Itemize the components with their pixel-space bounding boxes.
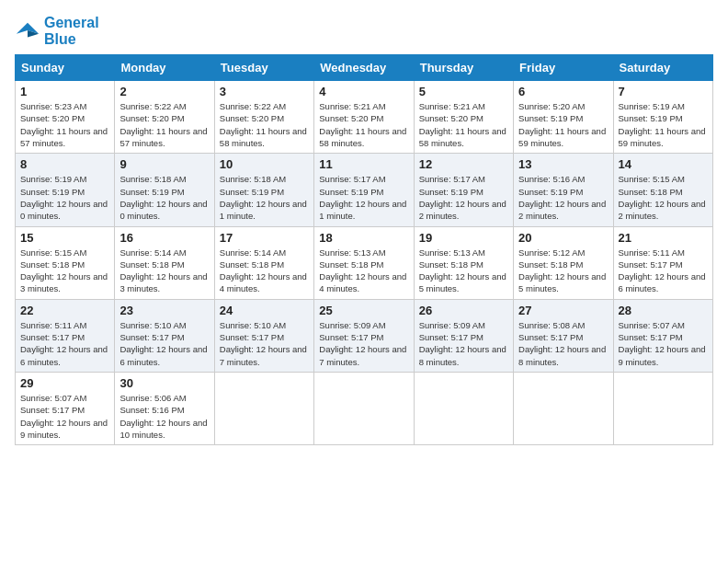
calendar-week-2: 8 Sunrise: 5:19 AM Sunset: 5:19 PM Dayli… [16, 154, 713, 226]
day-number: 14 [619, 157, 708, 171]
calendar-cell: 8 Sunrise: 5:19 AM Sunset: 5:19 PM Dayli… [16, 154, 115, 226]
day-info: Sunrise: 5:12 AM Sunset: 5:18 PM Dayligh… [518, 247, 608, 295]
calendar-cell: 3 Sunrise: 5:22 AM Sunset: 5:20 PM Dayli… [214, 81, 313, 154]
calendar-header-row: SundayMondayTuesdayWednesdayThursdayFrid… [16, 55, 713, 81]
day-info: Sunrise: 5:14 AM Sunset: 5:18 PM Dayligh… [220, 247, 309, 295]
calendar-cell: 2 Sunrise: 5:22 AM Sunset: 5:20 PM Dayli… [115, 81, 214, 154]
logo-text: General Blue [44, 15, 99, 47]
day-number: 25 [319, 304, 408, 317]
calendar-cell: 10 Sunrise: 5:18 AM Sunset: 5:19 PM Dayl… [214, 154, 313, 226]
day-info: Sunrise: 5:14 AM Sunset: 5:18 PM Dayligh… [119, 247, 209, 295]
calendar-cell [314, 372, 414, 444]
calendar-cell [613, 372, 712, 444]
day-number: 2 [119, 85, 209, 98]
calendar-cell: 27 Sunrise: 5:08 AM Sunset: 5:17 PM Dayl… [514, 299, 613, 372]
day-info: Sunrise: 5:20 AM Sunset: 5:19 PM Dayligh… [518, 100, 608, 149]
logo-icon [15, 18, 40, 44]
header-friday: Friday [514, 55, 613, 81]
calendar-cell: 13 Sunrise: 5:16 AM Sunset: 5:19 PM Dayl… [514, 154, 613, 226]
day-number: 11 [319, 157, 408, 171]
calendar-cell: 30 Sunrise: 5:06 AM Sunset: 5:16 PM Dayl… [115, 372, 214, 444]
calendar-cell: 16 Sunrise: 5:14 AM Sunset: 5:18 PM Dayl… [115, 226, 214, 299]
calendar-cell: 26 Sunrise: 5:09 AM Sunset: 5:17 PM Dayl… [414, 299, 513, 372]
day-info: Sunrise: 5:23 AM Sunset: 5:20 PM Dayligh… [20, 100, 109, 149]
day-number: 30 [119, 376, 209, 390]
day-info: Sunrise: 5:10 AM Sunset: 5:17 PM Dayligh… [119, 319, 209, 368]
day-number: 13 [518, 157, 608, 171]
header-saturday: Saturday [613, 55, 712, 81]
day-info: Sunrise: 5:21 AM Sunset: 5:20 PM Dayligh… [319, 100, 408, 149]
day-info: Sunrise: 5:19 AM Sunset: 5:19 PM Dayligh… [20, 173, 109, 222]
day-number: 27 [518, 304, 608, 317]
day-number: 22 [20, 304, 109, 317]
calendar-cell: 9 Sunrise: 5:18 AM Sunset: 5:19 PM Dayli… [115, 154, 214, 226]
page-header: General Blue [15, 15, 713, 47]
calendar-cell: 25 Sunrise: 5:09 AM Sunset: 5:17 PM Dayl… [314, 299, 414, 372]
calendar-cell: 7 Sunrise: 5:19 AM Sunset: 5:19 PM Dayli… [613, 81, 712, 154]
day-info: Sunrise: 5:13 AM Sunset: 5:18 PM Dayligh… [419, 247, 508, 295]
day-info: Sunrise: 5:09 AM Sunset: 5:17 PM Dayligh… [419, 319, 508, 368]
day-number: 1 [20, 85, 109, 98]
calendar-cell: 12 Sunrise: 5:17 AM Sunset: 5:19 PM Dayl… [414, 154, 513, 226]
day-number: 12 [419, 157, 508, 171]
calendar-table: SundayMondayTuesdayWednesdayThursdayFrid… [15, 54, 713, 445]
day-number: 18 [319, 231, 408, 245]
calendar-cell: 6 Sunrise: 5:20 AM Sunset: 5:19 PM Dayli… [514, 81, 613, 154]
day-info: Sunrise: 5:17 AM Sunset: 5:19 PM Dayligh… [319, 173, 408, 222]
header-wednesday: Wednesday [314, 55, 414, 81]
calendar-cell: 5 Sunrise: 5:21 AM Sunset: 5:20 PM Dayli… [414, 81, 513, 154]
day-info: Sunrise: 5:16 AM Sunset: 5:19 PM Dayligh… [518, 173, 608, 222]
calendar-cell: 29 Sunrise: 5:07 AM Sunset: 5:17 PM Dayl… [16, 372, 115, 444]
day-number: 15 [20, 231, 109, 245]
calendar-cell: 23 Sunrise: 5:10 AM Sunset: 5:17 PM Dayl… [115, 299, 214, 372]
day-info: Sunrise: 5:08 AM Sunset: 5:17 PM Dayligh… [518, 319, 608, 368]
day-info: Sunrise: 5:21 AM Sunset: 5:20 PM Dayligh… [419, 100, 508, 149]
day-info: Sunrise: 5:09 AM Sunset: 5:17 PM Dayligh… [319, 319, 408, 368]
day-info: Sunrise: 5:17 AM Sunset: 5:19 PM Dayligh… [419, 173, 508, 222]
calendar-cell: 14 Sunrise: 5:15 AM Sunset: 5:18 PM Dayl… [613, 154, 712, 226]
calendar-cell [514, 372, 613, 444]
calendar-cell: 11 Sunrise: 5:17 AM Sunset: 5:19 PM Dayl… [314, 154, 414, 226]
day-info: Sunrise: 5:22 AM Sunset: 5:20 PM Dayligh… [220, 100, 309, 149]
calendar-cell: 18 Sunrise: 5:13 AM Sunset: 5:18 PM Dayl… [314, 226, 414, 299]
day-number: 21 [619, 231, 708, 245]
day-info: Sunrise: 5:18 AM Sunset: 5:19 PM Dayligh… [119, 173, 209, 222]
day-number: 26 [419, 304, 508, 317]
day-number: 6 [518, 85, 608, 98]
day-info: Sunrise: 5:22 AM Sunset: 5:20 PM Dayligh… [119, 100, 209, 149]
day-number: 3 [220, 85, 309, 98]
header-monday: Monday [115, 55, 214, 81]
day-number: 23 [119, 304, 209, 317]
day-info: Sunrise: 5:18 AM Sunset: 5:19 PM Dayligh… [220, 173, 309, 222]
calendar-cell: 19 Sunrise: 5:13 AM Sunset: 5:18 PM Dayl… [414, 226, 513, 299]
day-number: 7 [619, 85, 708, 98]
calendar-cell: 22 Sunrise: 5:11 AM Sunset: 5:17 PM Dayl… [16, 299, 115, 372]
day-number: 8 [20, 157, 109, 171]
day-info: Sunrise: 5:06 AM Sunset: 5:16 PM Dayligh… [119, 392, 209, 441]
day-info: Sunrise: 5:19 AM Sunset: 5:19 PM Dayligh… [619, 100, 708, 149]
day-info: Sunrise: 5:15 AM Sunset: 5:18 PM Dayligh… [20, 247, 109, 295]
day-number: 29 [20, 376, 109, 390]
day-number: 10 [220, 157, 309, 171]
day-number: 20 [518, 231, 608, 245]
calendar-cell [214, 372, 313, 444]
calendar-cell: 21 Sunrise: 5:11 AM Sunset: 5:17 PM Dayl… [613, 226, 712, 299]
day-number: 5 [419, 85, 508, 98]
day-number: 9 [119, 157, 209, 171]
calendar-cell: 4 Sunrise: 5:21 AM Sunset: 5:20 PM Dayli… [314, 81, 414, 154]
header-thursday: Thursday [414, 55, 513, 81]
day-number: 24 [220, 304, 309, 317]
day-info: Sunrise: 5:13 AM Sunset: 5:18 PM Dayligh… [319, 247, 408, 295]
day-info: Sunrise: 5:11 AM Sunset: 5:17 PM Dayligh… [20, 319, 109, 368]
calendar-week-1: 1 Sunrise: 5:23 AM Sunset: 5:20 PM Dayli… [16, 81, 713, 154]
calendar-cell: 24 Sunrise: 5:10 AM Sunset: 5:17 PM Dayl… [214, 299, 313, 372]
calendar-week-4: 22 Sunrise: 5:11 AM Sunset: 5:17 PM Dayl… [16, 299, 713, 372]
header-tuesday: Tuesday [214, 55, 313, 81]
day-info: Sunrise: 5:10 AM Sunset: 5:17 PM Dayligh… [220, 319, 309, 368]
calendar-cell: 17 Sunrise: 5:14 AM Sunset: 5:18 PM Dayl… [214, 226, 313, 299]
calendar-cell: 1 Sunrise: 5:23 AM Sunset: 5:20 PM Dayli… [16, 81, 115, 154]
calendar-week-5: 29 Sunrise: 5:07 AM Sunset: 5:17 PM Dayl… [16, 372, 713, 444]
calendar-week-3: 15 Sunrise: 5:15 AM Sunset: 5:18 PM Dayl… [16, 226, 713, 299]
calendar-cell [414, 372, 513, 444]
day-number: 19 [419, 231, 508, 245]
